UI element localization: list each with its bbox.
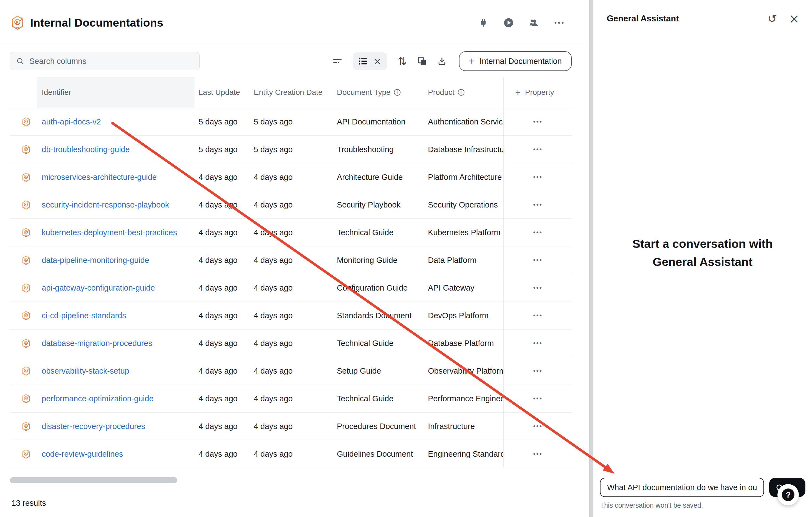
list-view-icon xyxy=(358,57,368,65)
svg-text:K: K xyxy=(25,203,27,206)
row-actions-button[interactable]: ••• xyxy=(530,199,545,211)
identifier-link[interactable]: ci-cd-pipeline-standards xyxy=(42,311,126,320)
identifier-link[interactable]: kubernetes-deployment-best-practices xyxy=(42,228,177,237)
filter-icon[interactable] xyxy=(333,58,342,65)
entity-creation-date-cell: 4 days ago xyxy=(250,311,333,320)
remove-view-icon[interactable]: × xyxy=(373,56,381,67)
identifier-link[interactable]: observability-stack-setup xyxy=(42,366,129,375)
column-header-last-update[interactable]: Last Update xyxy=(195,77,250,108)
copy-icon[interactable] xyxy=(418,57,427,66)
identifier-link[interactable]: microservices-architecture-guide xyxy=(42,173,157,181)
add-property-button[interactable]: + Property xyxy=(503,77,572,108)
identifier-link[interactable]: disaster-recovery-procedures xyxy=(42,422,145,431)
identifier-link[interactable]: performance-optimization-guide xyxy=(42,394,154,403)
last-update-cell: 4 days ago xyxy=(195,283,250,293)
product-cell: Data Platform xyxy=(424,256,503,265)
row-actions-button[interactable]: ••• xyxy=(530,282,545,294)
row-object-icon-cell: K xyxy=(10,394,37,403)
row-actions-button[interactable]: ••• xyxy=(530,116,545,128)
entity-creation-date-cell: 5 days ago xyxy=(250,145,333,154)
sort-icon[interactable]: ⇅ xyxy=(398,55,407,67)
download-icon[interactable] xyxy=(438,57,446,65)
assistant-chat-input[interactable] xyxy=(600,478,764,497)
entity-creation-date-cell: 4 days ago xyxy=(250,173,333,182)
row-actions-cell: ••• xyxy=(503,274,572,302)
identifier-link[interactable]: data-pipeline-monitoring-guide xyxy=(42,256,149,265)
row-actions-cell: ••• xyxy=(503,108,572,135)
row-actions-button[interactable]: ••• xyxy=(530,171,545,183)
assistant-panel-header: General Assistant ↺ × xyxy=(593,0,812,37)
document-type-cell: Standards Document xyxy=(333,311,424,320)
object-icon: K xyxy=(22,311,30,321)
documents-table: Identifier Last Update Entity Creation D… xyxy=(10,77,572,468)
identifier-link[interactable]: database-migration-procedures xyxy=(42,339,152,347)
view-mode-chip[interactable]: × xyxy=(353,52,387,70)
column-header-entity-creation-date[interactable]: Entity Creation Date xyxy=(250,77,333,108)
last-update-cell: 4 days ago xyxy=(195,228,250,237)
header-actions xyxy=(478,18,564,28)
results-count: 13 results xyxy=(11,499,589,508)
search-input[interactable] xyxy=(29,57,194,66)
panel-resize-divider[interactable] xyxy=(589,0,593,517)
table-row: K microservices-architecture-guide 4 day… xyxy=(10,163,572,191)
reset-conversation-icon[interactable]: ↺ xyxy=(767,13,777,24)
object-icon: K xyxy=(22,339,30,348)
column-header-identifier[interactable]: Identifier xyxy=(37,77,195,108)
close-panel-icon[interactable]: × xyxy=(789,12,800,25)
document-type-cell: Troubleshooting xyxy=(333,145,424,154)
row-actions-button[interactable]: ••• xyxy=(530,143,545,155)
column-header-product[interactable]: Product i xyxy=(424,77,503,108)
document-type-cell: Architecture Guide xyxy=(333,173,424,182)
row-actions-button[interactable]: ••• xyxy=(530,254,545,266)
row-actions-cell: ••• xyxy=(503,302,572,329)
document-type-cell: Procedures Document xyxy=(333,422,424,431)
row-object-icon-cell: K xyxy=(10,449,37,459)
new-internal-documentation-button[interactable]: + Internal Documentation xyxy=(459,51,572,71)
plus-icon: + xyxy=(515,87,521,98)
entity-creation-date-cell: 4 days ago xyxy=(250,339,333,348)
row-actions-button[interactable]: ••• xyxy=(530,420,545,432)
last-update-cell: 4 days ago xyxy=(195,311,250,320)
last-update-cell: 4 days ago xyxy=(195,450,250,459)
row-actions-button[interactable]: ••• xyxy=(530,309,545,322)
row-actions-button[interactable]: ••• xyxy=(530,365,545,377)
identifier-link[interactable]: code-review-guidelines xyxy=(42,450,123,458)
play-icon[interactable] xyxy=(504,18,514,28)
row-actions-button[interactable]: ••• xyxy=(530,393,545,405)
row-actions-button[interactable]: ••• xyxy=(530,448,545,460)
row-object-icon-cell: K xyxy=(10,255,37,265)
main-content: K Internal Documentations xyxy=(0,0,589,517)
last-update-cell: 4 days ago xyxy=(195,173,250,182)
app-logo-icon: K xyxy=(11,16,24,30)
product-cell: Platform Architecture xyxy=(424,173,503,182)
users-icon[interactable] xyxy=(529,18,539,28)
info-icon[interactable]: i xyxy=(458,89,464,96)
identifier-link[interactable]: auth-api-docs-v2 xyxy=(42,117,101,126)
last-update-cell: 4 days ago xyxy=(195,339,250,348)
row-object-icon-cell: K xyxy=(10,145,37,154)
table-row: K db-troubleshooting-guide 5 days ago 5 … xyxy=(10,136,572,163)
row-actions-button[interactable]: ••• xyxy=(530,337,545,349)
more-options-icon[interactable] xyxy=(554,18,564,28)
identifier-link[interactable]: db-troubleshooting-guide xyxy=(42,145,130,154)
row-actions-button[interactable]: ••• xyxy=(530,226,545,239)
svg-text:K: K xyxy=(25,258,27,261)
identifier-link[interactable]: security-incident-response-playbook xyxy=(42,201,169,209)
column-header-document-type[interactable]: Document Type i xyxy=(333,77,424,108)
product-cell: API Gateway xyxy=(424,283,503,293)
help-button[interactable]: ? xyxy=(777,484,799,506)
object-icon: K xyxy=(22,228,30,237)
last-update-cell: 4 days ago xyxy=(195,422,250,431)
info-icon[interactable]: i xyxy=(394,89,401,96)
search-box[interactable] xyxy=(10,52,200,70)
product-cell: Security Operations xyxy=(424,201,503,209)
row-actions-cell: ••• xyxy=(503,330,572,357)
identifier-link[interactable]: api-gateway-configuration-guide xyxy=(42,283,155,292)
app-window: K Internal Documentations xyxy=(0,0,812,517)
product-cell: Infrastructure xyxy=(424,422,503,431)
horizontal-scrollbar[interactable] xyxy=(10,477,177,483)
document-type-cell: Monitoring Guide xyxy=(333,256,424,265)
product-cell: Database Infrastructure xyxy=(424,145,503,154)
row-actions-cell: ••• xyxy=(503,246,572,274)
plugin-icon[interactable] xyxy=(478,18,488,28)
